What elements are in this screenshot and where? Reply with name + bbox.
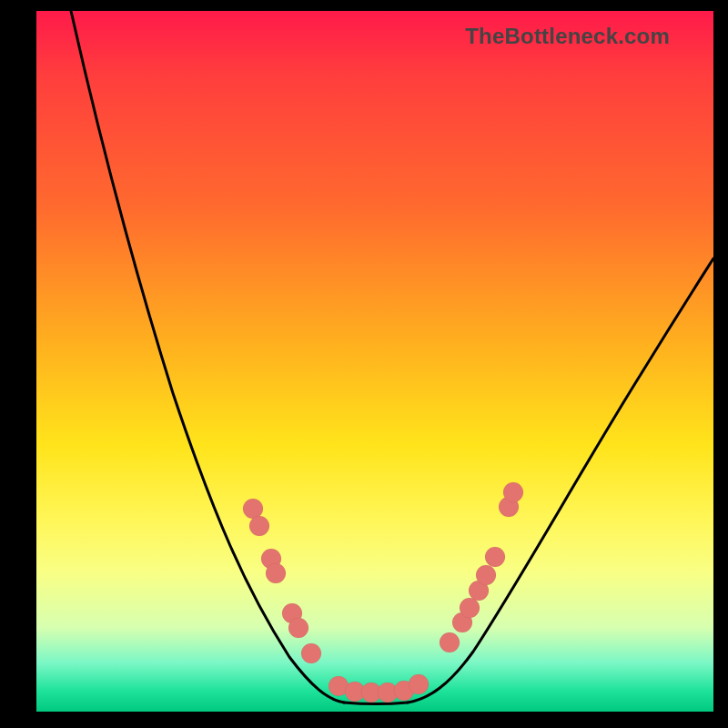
svg-point-6: [301, 643, 321, 663]
svg-point-17: [476, 565, 496, 585]
svg-point-20: [503, 482, 523, 502]
svg-point-13: [440, 632, 460, 652]
curve-valley: [344, 703, 408, 704]
svg-point-12: [409, 674, 429, 694]
svg-point-3: [266, 563, 286, 583]
svg-point-18: [485, 547, 505, 567]
svg-point-5: [288, 618, 308, 638]
chart-container: TheBottleneck.com: [0, 0, 728, 728]
svg-point-1: [249, 516, 269, 536]
curve-left: [71, 11, 344, 703]
bottleneck-curve: [36, 11, 713, 712]
svg-point-0: [243, 499, 263, 519]
data-points: [243, 482, 523, 703]
plot-area: TheBottleneck.com: [36, 11, 713, 712]
svg-point-15: [460, 598, 480, 618]
